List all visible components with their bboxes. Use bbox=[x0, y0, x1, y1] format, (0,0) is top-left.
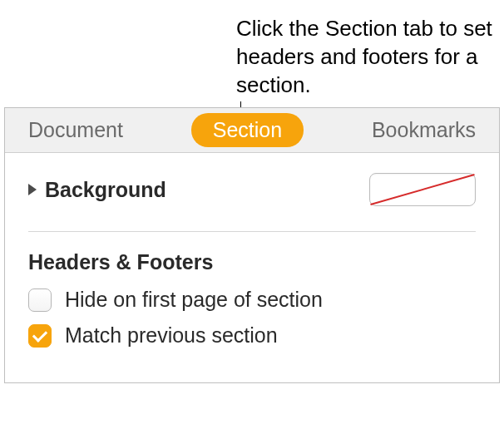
hide-first-page-label: Hide on first page of section bbox=[65, 288, 323, 312]
check-icon bbox=[32, 327, 47, 342]
background-row: Background bbox=[28, 173, 476, 206]
tab-bar: Document Section Bookmarks bbox=[5, 108, 499, 153]
hide-first-page-checkbox[interactable] bbox=[28, 288, 52, 312]
chevron-right-icon bbox=[28, 184, 37, 195]
panel-body: Background Headers & Footers Hide on fir… bbox=[5, 153, 499, 382]
background-disclosure-group[interactable]: Background bbox=[28, 178, 166, 202]
callout-text: Click the Section tab to set headers and… bbox=[236, 15, 502, 99]
background-color-well[interactable] bbox=[369, 173, 476, 206]
headers-footers-title: Headers & Footers bbox=[28, 250, 476, 274]
inspector-panel: Document Section Bookmarks Background He… bbox=[4, 107, 500, 383]
tab-bookmarks[interactable]: Bookmarks bbox=[372, 118, 476, 142]
tab-section[interactable]: Section bbox=[191, 113, 304, 147]
match-previous-label: Match previous section bbox=[65, 323, 278, 348]
match-previous-row[interactable]: Match previous section bbox=[28, 323, 476, 348]
divider-line bbox=[28, 231, 476, 232]
match-previous-checkbox[interactable] bbox=[28, 324, 52, 348]
hide-first-page-row[interactable]: Hide on first page of section bbox=[28, 288, 476, 312]
tab-document[interactable]: Document bbox=[28, 118, 123, 142]
background-label: Background bbox=[45, 178, 166, 202]
